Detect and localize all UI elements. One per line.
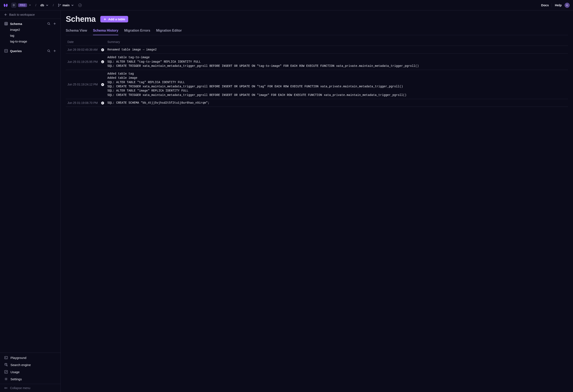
terminal-icon [4,356,8,359]
search-icon[interactable] [47,49,51,53]
usage-label: Usage [10,370,19,374]
breadcrumb-separator: / [36,3,36,7]
arrow-left-icon [4,13,7,16]
plus-icon[interactable] [53,22,56,25]
table-row[interactable]: Jun 25 01:19:24.12 PMAdded table tag Add… [66,70,568,99]
sidebar-schema-header[interactable]: Schema [2,20,58,27]
check-circle-icon [101,102,104,105]
playground-label: Playground [10,356,26,359]
tabs: Schema View Schema History Migration Err… [66,27,568,35]
queries-header-label: Queries [10,49,22,53]
db-label: db [40,3,44,7]
sidebar-item-search[interactable]: Search engine [2,361,59,368]
col-date: Date [66,38,99,46]
topbar: D PRO / db / main Docs Help E [0,0,573,10]
page-title: Schema [66,15,96,24]
svg-point-0 [58,4,59,4]
tab-migration-errors[interactable]: Migration Errors [124,27,150,35]
svg-point-1 [58,6,59,6]
sidebar: Back to workspace Schema image2 tag tag-… [0,10,61,392]
row-status [99,99,106,107]
row-date: Jun 25 01:19:25.95 PM [66,53,99,70]
history-table: Date Summary Jun 26 09:02:49.39 AMRename… [66,38,568,107]
chart-icon [4,370,8,374]
row-summary: SQL: CREATE SCHEMA "bb_4tjj5vjhsd2t5f2tu… [106,99,568,107]
row-summary: Added table tag Added table image SQL: A… [106,70,568,99]
check-circle-icon [101,60,104,63]
row-summary: Renamed table image → image2 [106,46,568,53]
col-summary: Summary [106,38,568,46]
svg-point-6 [48,50,50,52]
search-label: Search engine [10,363,31,367]
divider [552,3,552,7]
row-date: Jun 25 01:19:24.12 PM [66,70,99,99]
gear-icon [4,377,8,381]
col-status [99,38,106,46]
workspace-chip[interactable]: D [11,3,16,8]
tab-schema-history[interactable]: Schema History [93,27,118,35]
plus-icon [103,18,107,21]
collapse-menu[interactable]: Collapse menu [0,384,60,392]
settings-label: Settings [10,377,22,381]
help-link[interactable]: Help [555,3,562,7]
breadcrumb-separator: / [53,3,54,7]
row-summary: Added table tag-to-image SQL: ALTER TABL… [106,53,568,70]
xata-logo-icon[interactable] [3,3,8,8]
sidebar-table-item[interactable]: image2 [2,27,58,33]
sidebar-table-item[interactable]: tag-to-image [2,38,58,44]
svg-point-8 [5,363,7,364]
table-row[interactable]: Jun 25 01:19:25.95 PMAdded table tag-to-… [66,53,568,70]
svg-rect-7 [5,356,8,359]
svg-point-2 [60,4,61,5]
table-row[interactable]: Jun 26 09:02:49.39 AMRenamed table image… [66,46,568,53]
back-label: Back to workspace [9,13,35,16]
add-table-label: Add a table [108,17,125,21]
database-search-icon [4,363,8,367]
svg-point-9 [6,365,7,366]
svg-point-4 [48,23,50,24]
sidebar-queries-header[interactable]: Queries [2,48,58,54]
chevron-down-icon [71,3,74,7]
plus-icon[interactable] [53,49,56,53]
row-date: Jun 26 09:02:49.39 AM [66,46,99,53]
row-status [99,53,106,70]
tab-migration-editor[interactable]: Migration Editor [156,27,182,35]
main-content: Schema Add a table Schema View Schema Hi… [61,10,573,392]
chevron-down-icon [45,3,49,7]
branch-icon [58,3,61,7]
schema-header-label: Schema [10,22,22,26]
sidebar-item-usage[interactable]: Usage [2,368,59,375]
check-circle-icon [101,48,104,51]
branch-status-icon [78,3,82,7]
collapse-icon [4,386,8,390]
table-row[interactable]: Jun 25 01:19:08.70 PMSQL: CREATE SCHEMA … [66,99,568,107]
grid-icon [4,22,8,26]
user-avatar[interactable]: E [565,3,570,8]
check-circle-icon [101,83,104,86]
back-to-workspace[interactable]: Back to workspace [0,10,60,19]
sidebar-item-settings[interactable]: Settings [2,375,59,383]
search-icon[interactable] [47,22,51,25]
breadcrumb-db[interactable]: db [40,3,49,7]
workspace-caret[interactable] [29,3,31,7]
row-status [99,46,106,53]
branch-label: main [62,3,70,7]
collapse-label: Collapse menu [10,386,30,390]
breadcrumb-branch[interactable]: main [58,3,74,7]
svg-point-11 [6,379,7,380]
row-status [99,70,106,99]
tab-schema-view[interactable]: Schema View [66,27,87,35]
docs-link[interactable]: Docs [541,3,549,7]
code-brackets-icon [4,49,8,53]
svg-rect-5 [5,49,8,52]
row-date: Jun 25 01:19:08.70 PM [66,99,99,107]
add-table-button[interactable]: Add a table [100,16,128,22]
pro-badge: PRO [18,3,27,7]
svg-rect-3 [5,22,8,25]
sidebar-item-playground[interactable]: Playground [2,354,59,361]
sidebar-table-item[interactable]: tag [2,33,58,38]
